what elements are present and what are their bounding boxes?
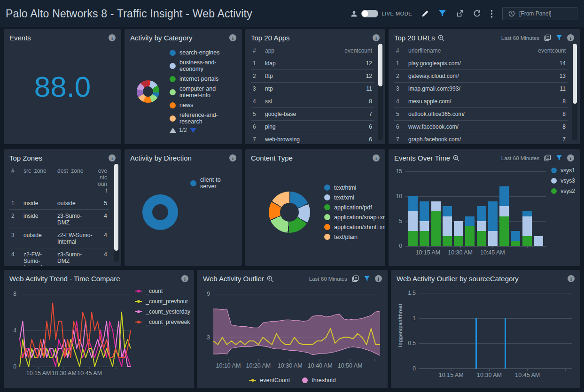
outlier-chart[interactable]: 3910:10 AM10:20 AM10:30 AM10:40 AM10:50 … [213,292,380,359]
info-icon[interactable]: i [229,154,236,161]
legend-item[interactable]: _count_prevhour [135,298,190,305]
share-icon[interactable] [456,10,464,17]
legend-item[interactable]: application/soap+xml [324,214,385,221]
zoom-in-icon[interactable] [453,155,459,161]
stacked-bar[interactable] [477,169,486,246]
stacked-bar[interactable] [534,169,543,246]
table-row[interactable]: 4mesu.apple.com/8 [394,95,568,108]
table-row[interactable]: 7graph.facebook.com/7 [394,133,568,145]
info-icon[interactable]: i [567,34,574,41]
info-icon[interactable]: i [375,275,382,282]
table-row[interactable]: 2insidez3-Sumo-DMZ4 [9,210,109,229]
scrollbar-thumb[interactable] [573,44,577,104]
table-row[interactable]: 1ldap12 [251,57,374,70]
table-row[interactable]: 3outsidez2-FW-Sumo-Internal4 [9,229,109,248]
legend-item[interactable]: client-to-server [190,177,237,190]
legend-item[interactable]: text/plain [324,234,385,240]
info-icon[interactable]: i [109,154,116,161]
table-row[interactable]: 4z2-FW-Sumo-Internalz3-Sumo-DMZ4 [9,248,109,266]
content-type-donut-chart[interactable] [269,192,310,233]
spike-bar[interactable] [505,318,506,369]
queries-icon[interactable] [352,275,359,282]
legend-item[interactable]: reference-and-research [170,112,237,125]
legend-item[interactable]: _count_prevweek [135,319,190,325]
table-row[interactable]: 7web-browsing6 [251,133,374,145]
legend-item[interactable]: vsys2 [551,188,575,194]
stacked-bar[interactable] [511,169,520,246]
column-header[interactable]: urlorfilename [406,45,487,57]
table-row[interactable]: 4ssl8 [251,95,374,108]
column-header[interactable]: eventcount [319,45,374,57]
legend-item[interactable]: computer-and-internet-info [170,85,237,99]
scrollbar-thumb[interactable] [378,44,382,86]
table-row[interactable]: 5outlook.office365.com/8 [394,108,568,121]
table-row[interactable]: 2gateway.icloud.com/13 [394,70,568,83]
column-header[interactable]: dest_zone [55,165,95,197]
legend-page-down-icon[interactable] [190,128,196,133]
info-icon[interactable]: i [373,154,380,161]
legend-item[interactable]: _count [135,288,190,294]
stacked-bar[interactable] [431,169,441,246]
info-icon[interactable]: i [567,154,574,161]
live-mode-toggle[interactable] [361,10,378,17]
scrollbar-track[interactable] [572,43,577,140]
panel-filter-icon[interactable] [364,276,370,282]
table-row[interactable]: 6www.facebook.com/8 [394,121,568,133]
info-icon[interactable]: i [229,34,236,41]
column-header[interactable]: eventcount [487,45,568,57]
table-row[interactable]: 5google-base7 [251,108,374,121]
column-header[interactable]: app [263,45,319,57]
trend-chart[interactable]: 04810:15 AM10:30 AM10:45 AM [20,292,131,367]
legend-item[interactable]: internet-portals [170,76,237,82]
legend-item[interactable]: vsys3 [551,177,575,184]
spike-bar[interactable] [475,318,477,369]
queries-icon[interactable] [544,154,551,161]
stacked-bar[interactable] [465,169,475,246]
stacked-bar[interactable] [488,169,498,246]
stacked-bar[interactable] [454,169,463,246]
legend-page-up-icon[interactable] [170,128,176,133]
info-icon[interactable]: i [181,275,188,282]
table-row[interactable]: 1insideoutside5 [9,197,109,210]
category-donut-chart[interactable] [137,80,159,103]
column-header[interactable]: # [9,165,22,197]
filter-icon[interactable] [438,10,446,17]
table-row[interactable]: 6ping6 [251,121,374,133]
stacked-bar[interactable] [443,169,452,246]
legend-item[interactable]: news [170,102,237,108]
column-header[interactable]: src_zone [22,165,55,197]
table-row[interactable]: 1play.googleapis.com/14 [394,57,568,70]
scrollbar-thumb[interactable] [114,164,118,251]
legend-item[interactable]: _count_yesterday [135,308,190,315]
stacked-bar[interactable] [408,169,418,246]
outlier-by-source-chart[interactable]: 00.511.510:15 AM10:30 AM10:45 AM [419,291,572,369]
stacked-bar[interactable] [522,169,532,246]
legend-item[interactable]: vsys1 [551,167,575,174]
direction-donut-chart[interactable] [142,194,178,230]
queries-icon[interactable] [544,34,551,41]
legend-item[interactable]: business-and-economy [170,59,237,72]
table-row[interactable]: 3imap.gmail.com:993/11 [394,83,568,95]
zoom-in-icon[interactable] [267,276,273,282]
legend-item[interactable]: application/xhml+xml [324,224,385,231]
events-over-time-chart[interactable]: 05101510:15 AM10:30 AM10:45 AM [405,169,546,246]
legend-item[interactable]: eventCount [249,377,290,384]
panel-filter-icon[interactable] [556,35,562,41]
scrollbar-track[interactable] [378,43,383,140]
kebab-menu-icon[interactable] [491,10,493,18]
edit-pencil-icon[interactable] [421,10,429,17]
table-row[interactable]: 2tftp12 [251,70,374,83]
legend-item[interactable]: search-engines [170,49,237,56]
time-range-selector[interactable]: [From Panel] [502,7,577,20]
panel-filter-icon[interactable] [556,155,562,161]
legend-item[interactable]: text/html [324,184,385,191]
column-header[interactable]: # [251,45,263,57]
legend-item[interactable]: text/xml [324,194,385,201]
legend-item[interactable]: threshold [302,377,335,384]
table-row[interactable]: 3ntp11 [251,83,374,95]
column-header[interactable]: eventcount [95,165,109,197]
info-icon[interactable]: i [373,34,380,41]
stacked-bar[interactable] [499,169,509,246]
scrollbar-track[interactable] [114,163,119,262]
column-header[interactable]: # [394,45,406,57]
